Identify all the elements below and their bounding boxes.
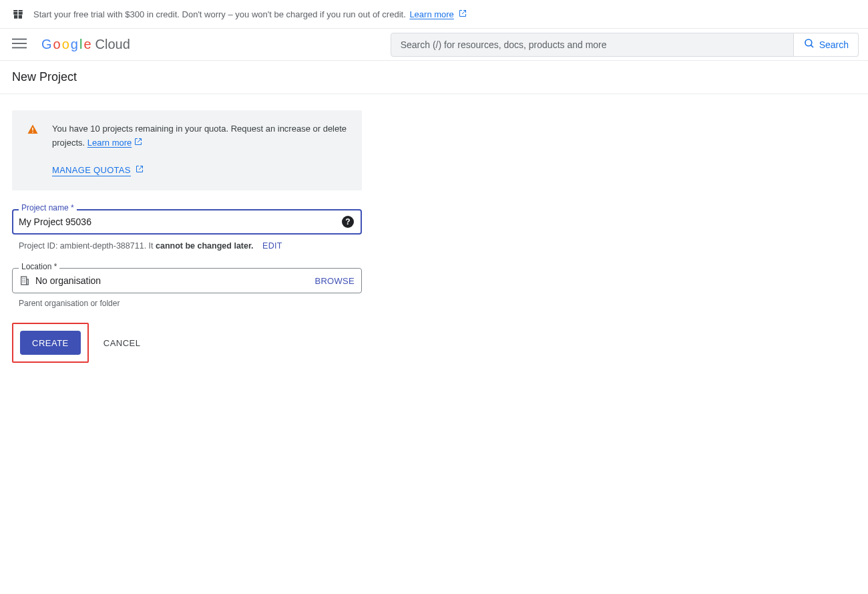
svg-rect-8 bbox=[12, 47, 27, 49]
external-link-icon bbox=[134, 138, 142, 148]
project-name-label: Project name * bbox=[19, 203, 77, 212]
header-left: Google Cloud bbox=[9, 33, 130, 55]
logo[interactable]: Google Cloud bbox=[41, 37, 130, 52]
button-row: CREATE CANCEL bbox=[12, 323, 362, 363]
project-name-input[interactable] bbox=[19, 216, 342, 227]
svg-rect-6 bbox=[12, 39, 27, 40]
trial-text: Start your free trial with $300 in credi… bbox=[33, 9, 406, 19]
content: You have 10 projects remaining in your q… bbox=[0, 94, 374, 379]
page-title-bar: New Project bbox=[0, 61, 868, 94]
page-title: New Project bbox=[12, 70, 856, 84]
svg-rect-7 bbox=[12, 43, 27, 44]
warning-icon bbox=[27, 124, 39, 177]
project-name-field: Project name * ? bbox=[12, 209, 362, 235]
svg-rect-13 bbox=[21, 277, 27, 285]
gift-icon bbox=[12, 8, 24, 20]
search-placeholder: Search (/) for resources, docs, products… bbox=[401, 39, 607, 50]
svg-rect-11 bbox=[32, 128, 33, 131]
svg-rect-3 bbox=[19, 15, 22, 19]
quota-info-box: You have 10 projects remaining in your q… bbox=[12, 110, 362, 190]
project-id-helper: Project ID: ambient-depth-388711. It can… bbox=[12, 241, 362, 251]
browse-button[interactable]: BROWSE bbox=[314, 276, 355, 286]
project-id-mid: . It bbox=[144, 241, 154, 251]
logo-suffix: Cloud bbox=[95, 37, 130, 52]
location-field: Location * No organisation BROWSE bbox=[12, 268, 362, 293]
svg-line-10 bbox=[811, 45, 813, 47]
trial-banner: Start your free trial with $300 in credi… bbox=[0, 0, 868, 29]
location-value: No organisation bbox=[35, 275, 314, 286]
create-button[interactable]: CREATE bbox=[20, 331, 81, 355]
quota-learn-more-link[interactable]: Learn more bbox=[87, 138, 132, 148]
app-header: Google Cloud Search (/) for resources, d… bbox=[0, 29, 868, 61]
search-button[interactable]: Search bbox=[794, 33, 859, 57]
external-link-icon bbox=[136, 165, 144, 175]
location-outline: No organisation BROWSE bbox=[12, 268, 362, 293]
trial-learn-more-link[interactable]: Learn more bbox=[409, 9, 453, 19]
svg-rect-0 bbox=[13, 12, 17, 15]
search-button-label: Search bbox=[819, 39, 849, 50]
project-name-outline: ? bbox=[12, 209, 362, 235]
building-icon bbox=[19, 275, 30, 286]
search-wrap: Search (/) for resources, docs, products… bbox=[391, 33, 859, 57]
svg-point-9 bbox=[805, 39, 812, 46]
project-id-prefix: Project ID: bbox=[19, 241, 57, 251]
project-id-value: ambient-depth-388711 bbox=[60, 241, 144, 251]
help-icon[interactable]: ? bbox=[342, 216, 354, 228]
menu-icon[interactable] bbox=[9, 33, 29, 55]
quota-body: You have 10 projects remaining in your q… bbox=[52, 122, 347, 177]
svg-rect-2 bbox=[14, 15, 17, 19]
create-highlight: CREATE bbox=[12, 323, 89, 363]
manage-quotas-link[interactable]: MANAGE QUOTAS bbox=[52, 165, 131, 176]
external-link-icon bbox=[459, 9, 467, 19]
location-label: Location * bbox=[19, 262, 59, 271]
svg-rect-12 bbox=[32, 132, 33, 133]
edit-project-id-link[interactable]: EDIT bbox=[262, 241, 282, 251]
project-id-suffix: cannot be changed later. bbox=[156, 241, 254, 251]
search-input[interactable]: Search (/) for resources, docs, products… bbox=[391, 33, 794, 57]
svg-rect-4 bbox=[13, 10, 17, 11]
svg-rect-1 bbox=[19, 12, 23, 15]
location-helper: Parent organisation or folder bbox=[12, 299, 362, 308]
trial-text-wrap: Start your free trial with $300 in credi… bbox=[33, 9, 467, 19]
search-icon bbox=[803, 37, 815, 51]
svg-rect-14 bbox=[27, 279, 29, 285]
svg-rect-5 bbox=[19, 10, 23, 11]
cancel-button[interactable]: CANCEL bbox=[103, 338, 141, 348]
